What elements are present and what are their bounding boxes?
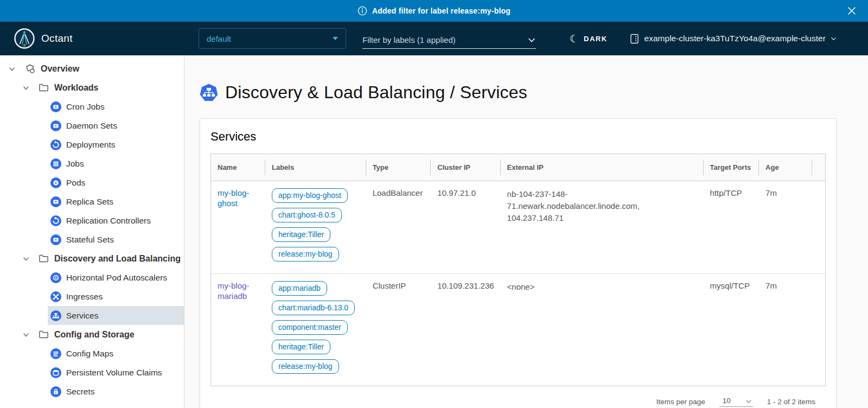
page-title: Discovery & Load Balancing / Services	[200, 82, 868, 103]
chevron-down-icon	[527, 36, 536, 44]
brand: Octant	[0, 28, 184, 49]
chevron-down-icon[interactable]	[21, 84, 31, 92]
pagination-footer: Items per page 10 1 - 2 of 2 items	[200, 386, 836, 408]
sidebar-group-workloads[interactable]: Workloads	[0, 78, 184, 97]
app-title: Octant	[41, 33, 73, 44]
moon-icon: ☾	[570, 34, 579, 44]
sidebar-item-cron-jobs[interactable]: Cron Jobs	[48, 97, 184, 116]
label-pill[interactable]: release:my-blog	[272, 247, 339, 262]
sidebar-group-label: Discovery and Load Balancing	[54, 254, 181, 264]
sidebar-item-label: Secrets	[66, 387, 95, 397]
theme-toggle-label: DARK	[584, 35, 608, 43]
sidebar-item-pods[interactable]: Pods	[48, 173, 184, 192]
services-card: Services Name Labels Type Cluster IP	[200, 118, 837, 408]
folder-icon	[38, 253, 50, 265]
sidebar-item-label: Daemon Sets	[66, 121, 117, 131]
sidebar-item-deployments[interactable]: Deployments	[48, 135, 184, 154]
table-header-row: Name Labels Type Cluster IP External IP …	[211, 154, 825, 181]
sidebar-item-label: Ingresses	[66, 292, 103, 302]
stateful-sets-icon	[50, 234, 61, 245]
column-header-age: Age	[759, 154, 812, 181]
column-header-external-ip: External IP	[501, 154, 704, 181]
label-pill[interactable]: app:my-blog-ghost	[272, 188, 348, 203]
cluster-context-label: example-cluster-ka3TuTzYo4a@example-clus…	[644, 34, 826, 43]
column-header-type: Type	[366, 154, 431, 181]
sidebar-item-label: Stateful Sets	[66, 235, 114, 245]
services-icon	[50, 310, 61, 321]
table-row: my-blog-mariadb app:mariadb chart:mariad…	[211, 274, 825, 386]
age: 7m	[759, 274, 812, 386]
sidebar-item-horizontal-pod-autoscalers[interactable]: Horizontal Pod Autoscalers	[48, 268, 184, 287]
main-content: Discovery & Load Balancing / Services Se…	[184, 55, 868, 408]
sidebar-item-label: Services	[66, 311, 98, 321]
sidebar-group-discovery-and-load-balancing[interactable]: Discovery and Load Balancing	[0, 249, 184, 268]
page-heading: Discovery & Load Balancing / Services	[225, 82, 527, 103]
age: 7m	[759, 181, 812, 274]
sidebar-item-replica-sets[interactable]: Replica Sets	[48, 192, 184, 211]
sidebar-item-overview[interactable]: Overview	[0, 59, 184, 78]
chevron-down-icon[interactable]	[21, 331, 31, 339]
chevron-down-icon	[831, 36, 837, 42]
cluster-ip: 10.109.231.236	[431, 274, 500, 386]
sidebar-item-jobs[interactable]: Jobs	[48, 154, 184, 173]
page-size-value: 10	[723, 397, 731, 405]
replication-controllers-icon	[50, 215, 61, 226]
caret-down-icon	[333, 37, 338, 40]
column-header-name: Name	[211, 154, 265, 181]
label-pill[interactable]: app:mariadb	[272, 281, 327, 296]
sidebar-item-daemon-sets[interactable]: Daemon Sets	[48, 116, 184, 135]
daemon-sets-icon	[50, 120, 61, 131]
persistent-volume-claims-icon	[50, 367, 61, 378]
sidebar-item-label: Cron Jobs	[66, 102, 105, 112]
label-pill[interactable]: component:master	[272, 320, 348, 335]
close-icon[interactable]	[843, 0, 860, 22]
label-filter-text: Filter by labels (1 applied)	[362, 35, 456, 44]
sidebar-item-replication-controllers[interactable]: Replication Controllers	[48, 211, 184, 230]
label-pill[interactable]: heritage:Tiller	[272, 340, 330, 354]
card-title: Services	[200, 119, 836, 154]
theme-toggle-button[interactable]: ☾ DARK	[570, 34, 608, 44]
sidebar-item-secrets[interactable]: Secrets	[48, 382, 184, 401]
sidebar-item-label: Deployments	[66, 140, 115, 150]
secrets-icon	[50, 386, 61, 397]
config-maps-icon	[50, 348, 61, 359]
label-filter-dropdown[interactable]: Filter by labels (1 applied)	[362, 28, 536, 49]
external-ip: nb-104-237-148-71.newark.nodebalancer.li…	[501, 181, 704, 274]
octant-logo-icon	[14, 28, 35, 49]
service-name-link[interactable]: my-blog-mariadb	[218, 281, 259, 302]
sidebar-group-label: Config and Storage	[54, 330, 135, 340]
cluster-context-selector[interactable]: example-cluster-ka3TuTzYo4a@example-clus…	[629, 34, 837, 44]
folder-icon	[38, 82, 50, 94]
alert-message: Added filter for label release:my-blog	[372, 7, 510, 15]
page-size-select[interactable]: 10	[719, 397, 753, 407]
namespace-selector[interactable]: default	[199, 28, 346, 49]
deployments-icon	[50, 139, 61, 150]
label-pill[interactable]: chart:ghost-8.0.5	[272, 208, 342, 222]
sidebar-item-config-maps[interactable]: Config Maps	[48, 344, 184, 363]
overview-icon	[24, 63, 36, 75]
info-circle-icon	[358, 6, 367, 16]
chevron-down-icon[interactable]	[21, 255, 31, 263]
sidebar-item-label: Jobs	[66, 159, 84, 169]
jobs-icon	[50, 158, 61, 169]
chevron-down-icon[interactable]	[7, 65, 17, 73]
label-pill[interactable]: chart:mariadb-6.13.0	[272, 301, 355, 315]
sidebar-item-stateful-sets[interactable]: Stateful Sets	[48, 230, 184, 249]
namespace-value: default	[207, 34, 231, 43]
sidebar-item-persistent-volume-claims[interactable]: Persistent Volume Claims	[48, 363, 184, 382]
items-per-page-label: Items per page	[656, 398, 705, 406]
sidebar-item-services[interactable]: Services	[48, 306, 184, 325]
sidebar-group-label: Workloads	[54, 83, 99, 93]
ingresses-icon	[50, 291, 61, 302]
sidebar-item-ingresses[interactable]: Ingresses	[48, 287, 184, 306]
column-header-spacer	[812, 154, 825, 181]
sidebar-group-config-and-storage[interactable]: Config and Storage	[0, 325, 184, 344]
services-table: Name Labels Type Cluster IP External IP …	[210, 154, 826, 386]
label-pill[interactable]: release:my-blog	[272, 359, 339, 374]
target-ports: http/TCP	[704, 181, 759, 274]
label-pill[interactable]: heritage:Tiller	[272, 227, 330, 242]
chevron-down-icon	[745, 398, 752, 405]
sidebar-nav: Overview Workloads Cron Jobs Daemon Sets…	[0, 55, 184, 408]
table-row: my-blog-ghost app:my-blog-ghost chart:gh…	[211, 181, 825, 274]
service-name-link[interactable]: my-blog-ghost	[218, 188, 259, 209]
